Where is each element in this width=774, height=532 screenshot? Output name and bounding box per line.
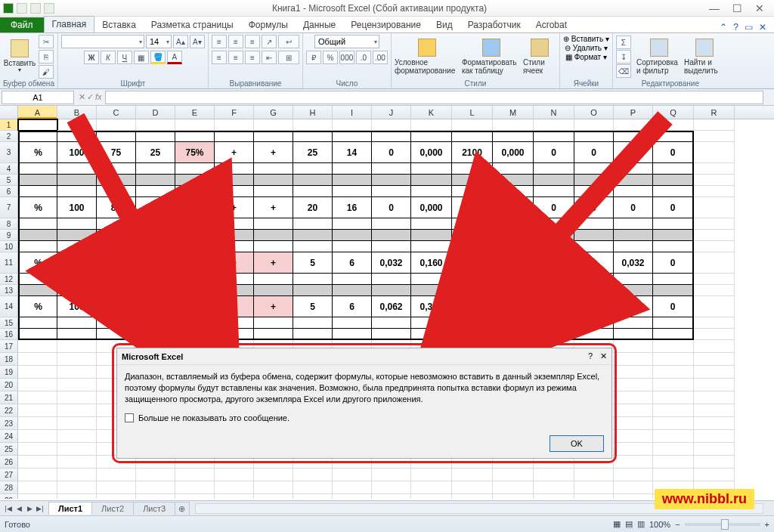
cell[interactable]	[215, 119, 254, 131]
cell[interactable]: 95	[97, 252, 136, 274]
cell[interactable]: 75	[97, 142, 136, 163]
cell[interactable]: 80%	[175, 197, 215, 218]
cell[interactable]	[97, 469, 136, 481]
cell[interactable]	[574, 469, 614, 481]
cell[interactable]	[452, 274, 493, 285]
cell[interactable]	[653, 391, 694, 404]
cell[interactable]	[175, 285, 215, 296]
cell[interactable]	[97, 230, 136, 241]
maximize-icon[interactable]: ☐	[727, 2, 747, 14]
cell[interactable]	[18, 379, 57, 391]
cell[interactable]: 0,000	[411, 142, 452, 163]
cell[interactable]: 2540	[452, 197, 493, 218]
tab-developer[interactable]: Разработчик	[460, 17, 528, 32]
cell[interactable]	[18, 230, 57, 241]
cell[interactable]	[175, 241, 215, 252]
align-center-icon[interactable]: ≡	[228, 51, 243, 64]
row-header-9[interactable]: 9	[0, 230, 18, 241]
cell[interactable]	[653, 285, 694, 296]
row-header-21[interactable]: 21	[0, 391, 18, 404]
cell[interactable]	[136, 274, 175, 285]
find-select-button[interactable]: Найти и выделить	[684, 36, 725, 78]
format-cells-icon[interactable]: ▦ Формат ▾	[565, 53, 607, 61]
row-header-11[interactable]: 11	[0, 252, 18, 274]
cell[interactable]	[694, 285, 735, 296]
cell[interactable]	[452, 131, 493, 142]
cell[interactable]	[333, 274, 372, 285]
cell[interactable]	[653, 469, 694, 481]
cell[interactable]	[372, 494, 411, 499]
checkbox-icon[interactable]	[125, 413, 134, 422]
fill-icon[interactable]: ↧	[616, 50, 631, 63]
cell[interactable]	[57, 391, 97, 404]
cell[interactable]	[372, 481, 411, 494]
cell[interactable]	[97, 274, 136, 285]
cell[interactable]	[254, 131, 293, 142]
cell[interactable]	[493, 317, 534, 329]
cell[interactable]	[175, 481, 215, 494]
cell[interactable]	[574, 285, 614, 296]
cell[interactable]	[493, 163, 534, 175]
cell[interactable]	[452, 494, 493, 499]
cell[interactable]: +	[254, 296, 293, 317]
cell[interactable]	[18, 404, 57, 417]
cell[interactable]	[18, 353, 57, 366]
cell[interactable]	[97, 119, 136, 131]
cell[interactable]	[411, 218, 452, 230]
row-header-13[interactable]: 13	[0, 285, 18, 296]
cell[interactable]	[653, 340, 694, 353]
cell[interactable]	[333, 481, 372, 494]
cell[interactable]	[694, 340, 735, 353]
row-header-15[interactable]: 15	[0, 317, 18, 329]
sheet-tab-3[interactable]: Лист3	[133, 502, 175, 515]
row-header-24[interactable]: 24	[0, 430, 18, 443]
col-header-Q[interactable]: Q	[653, 106, 694, 119]
cell[interactable]: 0	[653, 197, 694, 218]
cell[interactable]	[614, 241, 653, 252]
cell[interactable]	[452, 175, 493, 186]
cell[interactable]: 95%	[175, 296, 215, 317]
cell[interactable]: 6	[333, 296, 372, 317]
row-header-28[interactable]: 28	[0, 481, 18, 494]
cell[interactable]: 0,160	[411, 252, 452, 274]
col-header-C[interactable]: C	[97, 106, 136, 119]
cell[interactable]	[57, 230, 97, 241]
cell[interactable]	[574, 329, 614, 340]
row-header-14[interactable]: 14	[0, 296, 18, 317]
cell[interactable]	[57, 186, 97, 197]
cell[interactable]: 14	[333, 142, 372, 163]
cell[interactable]	[254, 119, 293, 131]
cell[interactable]	[18, 456, 57, 469]
conditional-formatting-button[interactable]: Условное форматирование	[395, 36, 460, 78]
row-header-20[interactable]: 20	[0, 379, 18, 391]
cell[interactable]	[97, 218, 136, 230]
currency-icon[interactable]: ₽	[306, 51, 321, 64]
cell[interactable]	[574, 494, 614, 499]
orientation-icon[interactable]: ↗	[262, 35, 277, 48]
merge-icon[interactable]: ⊞	[278, 51, 299, 64]
cell[interactable]: 95	[97, 296, 136, 317]
cell[interactable]	[57, 329, 97, 340]
zoom-out-icon[interactable]: −	[675, 520, 680, 529]
col-header-M[interactable]: M	[493, 106, 534, 119]
cell[interactable]	[293, 285, 333, 296]
bold-icon[interactable]: Ж	[84, 51, 99, 64]
cell[interactable]	[293, 119, 333, 131]
cell[interactable]	[694, 353, 735, 366]
cell[interactable]	[18, 391, 57, 404]
cell[interactable]	[694, 443, 735, 456]
cell[interactable]	[614, 404, 653, 417]
cell[interactable]	[614, 285, 653, 296]
cell[interactable]	[215, 469, 254, 481]
cell[interactable]	[136, 241, 175, 252]
cell[interactable]: 100	[57, 197, 97, 218]
cell[interactable]	[57, 131, 97, 142]
cell[interactable]	[18, 131, 57, 142]
tab-insert[interactable]: Вставка	[94, 17, 144, 32]
cell[interactable]	[694, 317, 735, 329]
cell[interactable]	[493, 469, 534, 481]
cell[interactable]	[452, 317, 493, 329]
cell[interactable]: 16	[333, 197, 372, 218]
cell[interactable]	[18, 317, 57, 329]
cell[interactable]	[215, 494, 254, 499]
